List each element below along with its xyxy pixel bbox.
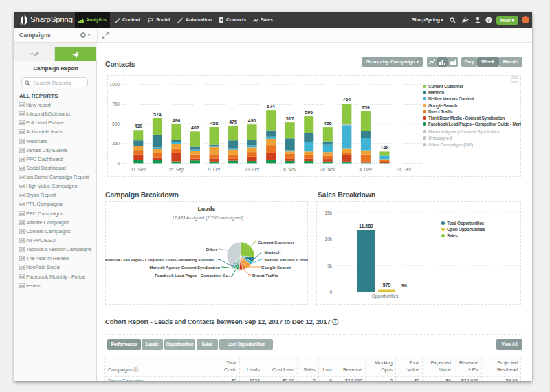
svg-text:5k: 5k	[327, 263, 333, 268]
svg-text:Leads: Leads	[197, 206, 215, 213]
svg-text:Direct Traffic: Direct Traffic	[252, 273, 278, 278]
svg-text:11,689: 11,689	[359, 224, 373, 229]
svg-text:1000: 1000	[110, 82, 120, 87]
svg-text:750: 750	[112, 102, 120, 107]
svg-text:420: 420	[134, 124, 142, 129]
svg-text:Netline Various Content: Netline Various Content	[265, 257, 309, 262]
svg-text:Martech Agency Content Syndica: Martech Agency Content Syndication	[149, 265, 220, 270]
svg-text:Other: Other	[206, 247, 217, 252]
svg-text:500: 500	[112, 122, 120, 127]
svg-text:Google Search: Google Search	[261, 265, 292, 270]
svg-text:0: 0	[117, 161, 120, 166]
svg-text:Opportunities: Opportunities	[372, 294, 399, 299]
svg-text:Martech: Martech	[265, 250, 281, 254]
svg-text:574: 574	[153, 112, 162, 117]
svg-text:?: ?	[487, 18, 490, 23]
svg-text:11. Sep: 11. Sep	[131, 167, 146, 173]
svg-text:12,433 Assigned (2,762 unassig: 12,433 Assigned (2,762 unassigned)	[172, 215, 243, 221]
svg-text:90: 90	[402, 283, 407, 288]
svg-text:496: 496	[173, 118, 181, 123]
svg-text:25. Sep: 25. Sep	[168, 167, 184, 173]
svg-text:10k: 10k	[325, 237, 333, 241]
svg-text:579: 579	[383, 283, 391, 287]
svg-text:Facebook Lead Pages - Competit: Facebook Lead Pages - Competitor Gu...	[155, 274, 232, 278]
svg-text:Current Customer: Current Customer	[258, 240, 295, 245]
svg-text:250: 250	[112, 141, 120, 146]
svg-text:15k: 15k	[325, 210, 333, 215]
svg-text:Facebook Lead Pages - Competit: Facebook Lead Pages - Competitor Guide -…	[105, 258, 217, 262]
svg-text:0: 0	[329, 290, 332, 294]
